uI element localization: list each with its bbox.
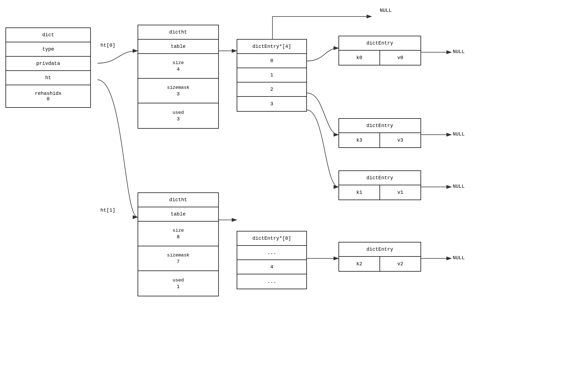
entry1-box: dictEntry k3 v3	[339, 118, 421, 148]
table1-header: dictEntry*[8]	[237, 231, 306, 246]
entry1-kv: k3 v3	[339, 133, 421, 147]
entry1-v: v3	[380, 133, 421, 147]
entry2-header: dictEntry	[339, 171, 421, 185]
table0-row2: 2	[237, 82, 306, 97]
entry3-v: v2	[380, 257, 421, 271]
ht1-label: ht[1]	[100, 208, 115, 213]
table0-row3: 3	[237, 97, 306, 111]
diagram: dict type privdata ht rehashidx 0 ht[0] …	[0, 0, 584, 392]
dict-cell-rehashidx: rehashidx 0	[6, 85, 90, 107]
table0-box: dictEntry*[4] 0 1 2 3	[237, 39, 307, 112]
ht0-table: table	[138, 40, 218, 54]
ht0-size: size 4	[138, 54, 218, 79]
null-entry2: NULL	[453, 184, 465, 189]
entry1-k: k3	[339, 133, 380, 147]
ht1-header: dictht	[138, 193, 218, 207]
ht0-sizemask: sizemask 3	[138, 79, 218, 103]
table1-box: dictEntry*[8] ... 4 ...	[237, 231, 307, 289]
entry2-kv: k1 v1	[339, 185, 421, 200]
null-entry0: NULL	[453, 49, 465, 54]
entry3-k: k2	[339, 257, 380, 271]
ht1-table: table	[138, 207, 218, 222]
entry0-k: k0	[339, 51, 380, 65]
ht1-used: used 1	[138, 271, 218, 296]
ht1-box: dictht table size 8 sizemask 7 used 1	[138, 192, 219, 296]
entry0-box: dictEntry k0 v0	[339, 36, 421, 65]
dict-cell-dict: dict	[6, 28, 90, 42]
table1-row-dots1: ...	[237, 246, 306, 260]
entry3-box: dictEntry k2 v2	[339, 242, 421, 272]
ht1-sizemask: sizemask 7	[138, 246, 218, 271]
entry2-v: v1	[380, 185, 421, 200]
table1-row-dots2: ...	[237, 274, 306, 289]
entry2-k: k1	[339, 185, 380, 200]
dict-box: dict type privdata ht rehashidx 0	[6, 27, 91, 108]
ht1-size: size 8	[138, 222, 218, 246]
null-entry1: NULL	[453, 131, 465, 137]
entry0-header: dictEntry	[339, 36, 421, 51]
table0-row1: 1	[237, 68, 306, 82]
entry3-header: dictEntry	[339, 242, 421, 257]
ht0-header: dictht	[138, 25, 218, 40]
table1-row4: 4	[237, 260, 306, 274]
null-top: NULL	[380, 8, 392, 13]
dict-cell-privdata: privdata	[6, 57, 90, 71]
table0-row0: 0	[237, 54, 306, 68]
entry2-box: dictEntry k1 v1	[339, 170, 421, 200]
entry0-kv: k0 v0	[339, 51, 421, 65]
entry0-v: v0	[380, 51, 421, 65]
table0-header: dictEntry*[4]	[237, 40, 306, 54]
null-entry3: NULL	[453, 255, 465, 261]
dict-cell-ht: ht	[6, 71, 90, 85]
dict-cell-type: type	[6, 42, 90, 57]
ht0-box: dictht table size 4 sizemask 3 used 3	[138, 25, 219, 129]
entry3-kv: k2 v2	[339, 257, 421, 271]
ht0-label: ht[0]	[100, 43, 115, 48]
entry1-header: dictEntry	[339, 119, 421, 133]
ht0-used: used 3	[138, 103, 218, 128]
